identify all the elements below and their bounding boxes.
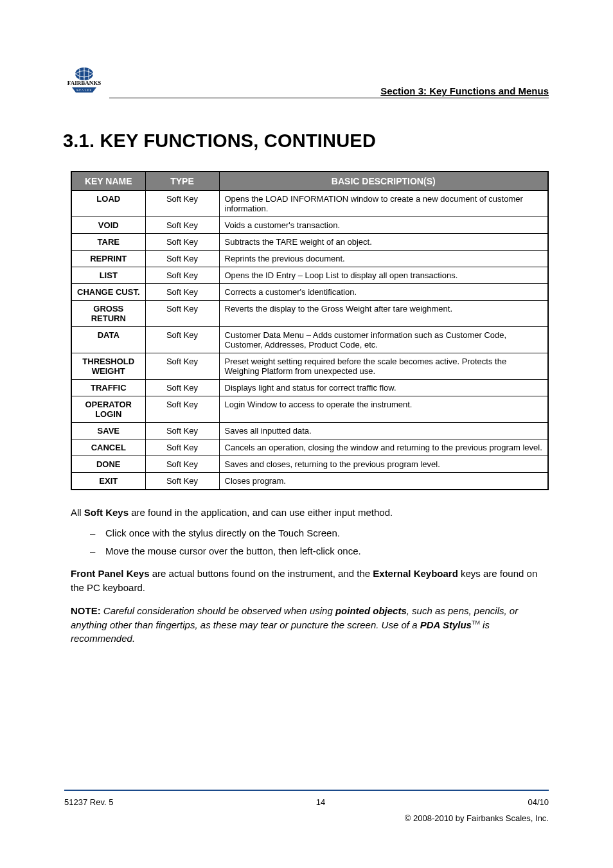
footer-copyright: © 2008-2010 by Fairbanks Scales, Inc.: [405, 813, 549, 823]
table-row: SAVESoft KeySaves all inputted data.: [71, 423, 548, 439]
table-row: TRAFFICSoft KeyDisplays light and status…: [71, 380, 548, 396]
cell-keyname: DATA: [71, 327, 145, 353]
cell-type: Soft Key: [145, 267, 219, 284]
cell-desc: Reprints the previous document.: [219, 251, 548, 267]
input-methods-list: Click once with the stylus directly on t…: [90, 526, 549, 558]
cell-keyname: OPERATOR LOGIN: [71, 396, 145, 423]
table-row: DONESoft KeySaves and closes, returning …: [71, 456, 548, 473]
cell-keyname: EXIT: [71, 473, 145, 490]
footer-rule: [64, 790, 549, 791]
cell-desc: Displays light and status for correct tr…: [219, 380, 548, 396]
footer-rev: 51237 Rev. 5: [64, 797, 113, 807]
svg-text:SCALES: SCALES: [76, 89, 93, 92]
table-row: TARESoft KeySubtracts the TARE weight of…: [71, 234, 548, 251]
cell-type: Soft Key: [145, 251, 219, 267]
table-row: THRESHOLD WEIGHTSoft KeyPreset weight se…: [71, 353, 548, 380]
cell-keyname: TRAFFIC: [71, 380, 145, 396]
cell-desc: Opens the LOAD INFORMATION window to cre…: [219, 191, 548, 217]
table-row: GROSS RETURNSoft KeyReverts the display …: [71, 301, 548, 327]
th-type: TYPE: [145, 172, 219, 191]
footer-date: 04/10: [528, 797, 549, 807]
cell-desc: Cancels an operation, closing the window…: [219, 439, 548, 456]
cell-desc: Opens the ID Entry – Loop List to displa…: [219, 267, 548, 284]
cell-desc: Login Window to access to operate the in…: [219, 396, 548, 423]
table-row: EXITSoft KeyCloses program.: [71, 473, 548, 490]
cell-type: Soft Key: [145, 439, 219, 456]
section-title: Section 3: Key Functions and Menus: [380, 85, 549, 96]
cell-type: Soft Key: [145, 423, 219, 439]
cell-keyname: THRESHOLD WEIGHT: [71, 353, 145, 380]
cell-keyname: LOAD: [71, 191, 145, 217]
cell-desc: Reverts the display to the Gross Weight …: [219, 301, 548, 327]
cell-type: Soft Key: [145, 327, 219, 353]
cell-desc: Closes program.: [219, 473, 548, 490]
cell-desc: Saves and closes, returning to the previ…: [219, 456, 548, 473]
cell-type: Soft Key: [145, 396, 219, 423]
note-paragraph: NOTE: Careful consideration should be ob…: [71, 604, 549, 646]
cell-keyname: GROSS RETURN: [71, 301, 145, 327]
cell-desc: Preset weight setting required before th…: [219, 353, 548, 380]
cell-keyname: CANCEL: [71, 439, 145, 456]
list-item: Click once with the stylus directly on t…: [90, 526, 549, 540]
cell-type: Soft Key: [145, 473, 219, 490]
key-functions-table: KEY NAME TYPE BASIC DESCRIPTION(S) LOADS…: [71, 171, 549, 490]
cell-type: Soft Key: [145, 456, 219, 473]
table-row: REPRINTSoft KeyReprints the previous doc…: [71, 251, 548, 267]
cell-type: Soft Key: [145, 217, 219, 234]
table-row: OPERATOR LOGINSoft KeyLogin Window to ac…: [71, 396, 548, 423]
cell-desc: Subtracts the TARE weight of an object.: [219, 234, 548, 251]
paragraph-softkeys: All Soft Keys are found in the applicati…: [71, 506, 549, 520]
table-row: CHANGE CUST.Soft KeyCorrects a customer'…: [71, 284, 548, 301]
th-keyname: KEY NAME: [71, 172, 145, 191]
cell-desc: Customer Data Menu – Adds customer infor…: [219, 327, 548, 353]
cell-desc: Saves all inputted data.: [219, 423, 548, 439]
paragraph-frontpanel: Front Panel Keys are actual buttons foun…: [71, 567, 549, 595]
cell-type: Soft Key: [145, 301, 219, 327]
cell-keyname: VOID: [71, 217, 145, 234]
page-heading: 3.1. KEY FUNCTIONS, CONTINUED: [63, 130, 613, 152]
footer-page: 14: [316, 797, 325, 807]
table-row: VOIDSoft KeyVoids a customer's transacti…: [71, 217, 548, 234]
list-item: Move the mouse cursor over the button, t…: [90, 544, 549, 558]
cell-type: Soft Key: [145, 284, 219, 301]
table-row: LOADSoft KeyOpens the LOAD INFORMATION w…: [71, 191, 548, 217]
th-desc: BASIC DESCRIPTION(S): [219, 172, 548, 191]
cell-keyname: DONE: [71, 456, 145, 473]
cell-desc: Voids a customer's transaction.: [219, 217, 548, 234]
table-row: DATASoft KeyCustomer Data Menu – Adds cu…: [71, 327, 548, 353]
cell-desc: Corrects a customer's identification.: [219, 284, 548, 301]
cell-keyname: CHANGE CUST.: [71, 284, 145, 301]
cell-keyname: REPRINT: [71, 251, 145, 267]
fairbanks-logo: FAIRBANKS SCALES: [64, 64, 104, 96]
table-row: LISTSoft KeyOpens the ID Entry – Loop Li…: [71, 267, 548, 284]
cell-keyname: LIST: [71, 267, 145, 284]
cell-type: Soft Key: [145, 380, 219, 396]
cell-keyname: TARE: [71, 234, 145, 251]
cell-type: Soft Key: [145, 353, 219, 380]
cell-type: Soft Key: [145, 234, 219, 251]
table-row: CANCELSoft KeyCancels an operation, clos…: [71, 439, 548, 456]
header-rule: [109, 98, 549, 98]
cell-keyname: SAVE: [71, 423, 145, 439]
cell-type: Soft Key: [145, 191, 219, 217]
svg-text:FAIRBANKS: FAIRBANKS: [67, 80, 101, 86]
